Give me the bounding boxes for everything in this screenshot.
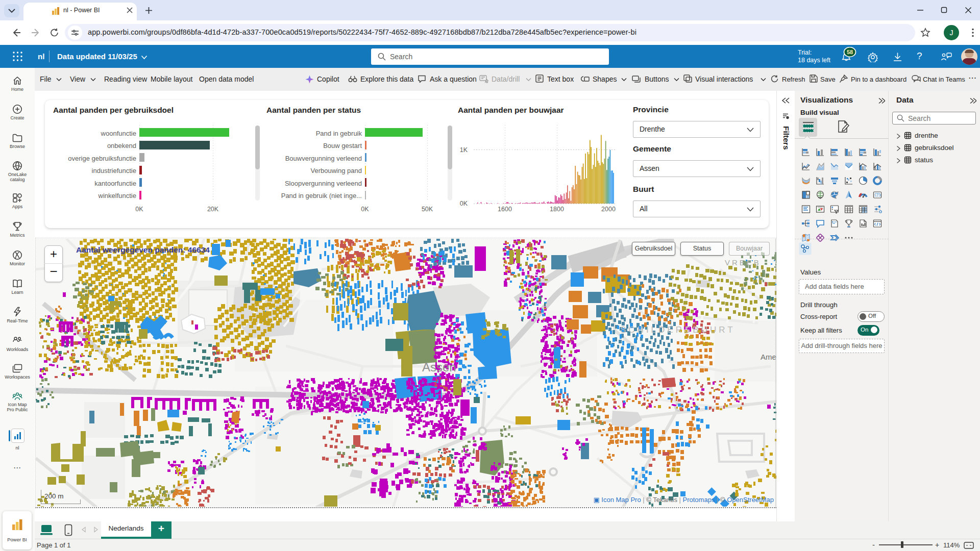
svg-text:123: 123 [874,193,881,197]
svg-text:Amelt: Amelt [761,353,776,361]
svg-text:Assen: Assen [422,360,456,374]
svg-text:VREEB: VREEB [725,258,761,267]
svg-text:SCHILDERSBUURT: SCHILDERSBUURT [620,325,736,335]
svg-text:58: 58 [847,49,853,55]
